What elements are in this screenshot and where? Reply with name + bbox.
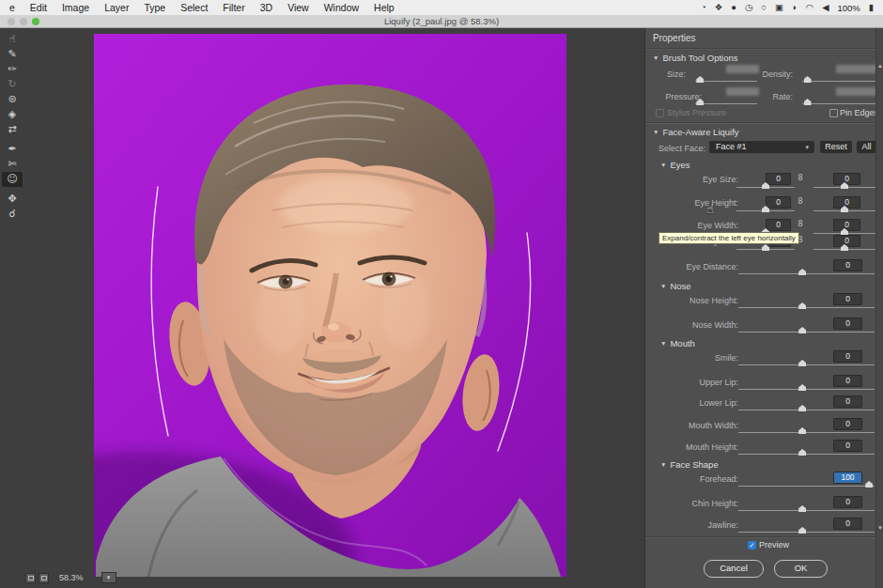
- menu-item-help[interactable]: Help: [366, 2, 402, 13]
- menu-item-e[interactable]: e: [2, 2, 23, 13]
- link-icon[interactable]: 8: [795, 173, 806, 182]
- face-tool[interactable]: ☺: [2, 172, 23, 187]
- square-icon: [28, 576, 34, 580]
- menu-item-type[interactable]: Type: [136, 2, 173, 13]
- slider-thumb[interactable]: [798, 302, 806, 309]
- zoom-in-button[interactable]: [39, 573, 49, 583]
- zoom-tool[interactable]: ☌: [2, 207, 23, 222]
- eye-size-left-value[interactable]: 0: [766, 173, 791, 185]
- forehead-slider[interactable]: [738, 486, 875, 487]
- zoom-level-value: 58.3%: [59, 573, 84, 582]
- cancel-button[interactable]: Cancel: [704, 560, 764, 578]
- eye-width-right-slider[interactable]: [813, 233, 875, 234]
- scroll-up-icon[interactable]: ▲: [876, 63, 883, 69]
- lower-lip-slider[interactable]: [738, 410, 875, 410]
- nose-height-slider[interactable]: [738, 307, 875, 308]
- eye-size-right-slider[interactable]: [813, 187, 875, 188]
- mouth-height-value[interactable]: 0: [833, 440, 862, 452]
- zoom-level-dropdown[interactable]: ▾: [101, 572, 116, 583]
- upper-lip-value[interactable]: 0: [833, 375, 862, 387]
- clock-icon[interactable]: ◷: [745, 0, 752, 15]
- slider-thumb[interactable]: [798, 527, 806, 534]
- smile-value[interactable]: 0: [833, 350, 862, 363]
- eye-height-left-value[interactable]: 0: [766, 196, 791, 209]
- menu-item-edit[interactable]: Edit: [23, 2, 54, 13]
- pucker-tool[interactable]: ⊚: [2, 92, 23, 107]
- slider-thumb[interactable]: [865, 481, 873, 487]
- nose-width-value[interactable]: 0: [833, 317, 862, 330]
- slider-thumb[interactable]: [798, 384, 806, 391]
- slider-thumb[interactable]: [798, 427, 806, 434]
- sync-icon[interactable]: ◔: [701, 0, 706, 15]
- circle-icon[interactable]: ○: [761, 0, 767, 15]
- slider-thumb[interactable]: [798, 505, 806, 512]
- menu-item-window[interactable]: Window: [317, 2, 366, 13]
- eye-tilt-right-slider[interactable]: [813, 249, 875, 250]
- slider-thumb[interactable]: [798, 327, 806, 333]
- mouth-width-slider[interactable]: [738, 432, 875, 433]
- panel-scrollbar[interactable]: ▲ ▼: [875, 27, 883, 588]
- slider-thumb[interactable]: [798, 405, 806, 411]
- thaw-mask-tool[interactable]: ✄: [2, 157, 23, 172]
- eye-distance-slider[interactable]: [738, 273, 875, 274]
- eye-size-right-value[interactable]: 0: [833, 173, 860, 185]
- smooth-tool[interactable]: ✏: [2, 62, 23, 77]
- slider-rows: Eye Size:080Eye Height:080Eye Width:080E…: [645, 27, 883, 588]
- window-title: Liquify (2_paul.jpg @ 58.3%): [0, 16, 883, 26]
- tooltip: Expand/contract the left eye horizontall…: [658, 232, 799, 244]
- freeze-mask-tool[interactable]: ✒: [2, 142, 23, 157]
- preview-checkbox[interactable]: ✓: [748, 541, 756, 549]
- menu-item-view[interactable]: View: [280, 2, 317, 13]
- slider-thumb[interactable]: [798, 269, 806, 275]
- eye-width-right-value[interactable]: 0: [833, 219, 860, 231]
- smile-slider[interactable]: [738, 364, 875, 365]
- wifi-icon[interactable]: ◠: [806, 0, 813, 15]
- volume-icon[interactable]: ◀: [822, 0, 829, 15]
- eye-height-left-slider[interactable]: [736, 210, 795, 211]
- photo-canvas[interactable]: [94, 34, 566, 577]
- mouth-height-slider[interactable]: [738, 454, 875, 455]
- ok-button[interactable]: OK: [774, 560, 828, 578]
- upper-lip-slider[interactable]: [738, 389, 875, 390]
- eye-size-left-slider[interactable]: [736, 187, 795, 188]
- jawline-slider[interactable]: [738, 532, 875, 533]
- dropbox-icon[interactable]: ❖: [715, 0, 723, 15]
- hand-tool[interactable]: ✥: [2, 192, 23, 207]
- eye-tilt-left-slider[interactable]: [736, 249, 795, 250]
- slider-row-smile: Smile:0: [645, 350, 883, 373]
- bloat-tool[interactable]: ◈: [2, 107, 23, 122]
- moon-icon[interactable]: ●: [731, 0, 736, 15]
- zoom-out-button[interactable]: [25, 573, 36, 583]
- twirl-clockwise-tool[interactable]: ↻: [2, 77, 23, 92]
- slider-thumb[interactable]: [798, 360, 806, 366]
- scroll-down-icon[interactable]: ▼: [876, 525, 883, 531]
- eye-width-left-value[interactable]: 0: [766, 219, 791, 231]
- shield-icon[interactable]: ◗: [792, 0, 798, 15]
- forehead-value[interactable]: 100: [833, 472, 862, 484]
- menu-item-select[interactable]: Select: [173, 2, 215, 13]
- chin-height-label: Chin Height:: [645, 499, 738, 508]
- reconstruct-tool[interactable]: ✎: [2, 47, 23, 62]
- nose-width-slider[interactable]: [738, 332, 875, 333]
- link-icon[interactable]: 8: [795, 219, 806, 228]
- nose-height-value[interactable]: 0: [833, 293, 862, 305]
- eye-height-right-slider[interactable]: [813, 210, 875, 211]
- eye-row-eye-height: Eye Height:080: [645, 196, 883, 219]
- eye-tilt-right-value[interactable]: 0: [833, 235, 860, 247]
- forward-warp-tool[interactable]: ☝: [2, 32, 23, 47]
- menu-item-3d[interactable]: 3D: [253, 2, 280, 13]
- jawline-value[interactable]: 0: [833, 518, 862, 530]
- link-icon[interactable]: 8: [795, 196, 806, 206]
- lower-lip-value[interactable]: 0: [833, 395, 862, 408]
- push-left-tool[interactable]: ⇄: [2, 122, 23, 137]
- menu-item-filter[interactable]: Filter: [215, 2, 252, 13]
- eye-height-right-value[interactable]: 0: [833, 196, 860, 209]
- slider-thumb[interactable]: [798, 449, 806, 456]
- display-icon[interactable]: ▣: [775, 0, 783, 15]
- menu-item-layer[interactable]: Layer: [97, 2, 136, 13]
- chin-height-value[interactable]: 0: [833, 496, 862, 508]
- menu-item-image[interactable]: Image: [54, 2, 97, 13]
- chin-height-slider[interactable]: [738, 510, 875, 511]
- mouth-width-value[interactable]: 0: [833, 418, 862, 430]
- eye-distance-value[interactable]: 0: [833, 259, 862, 271]
